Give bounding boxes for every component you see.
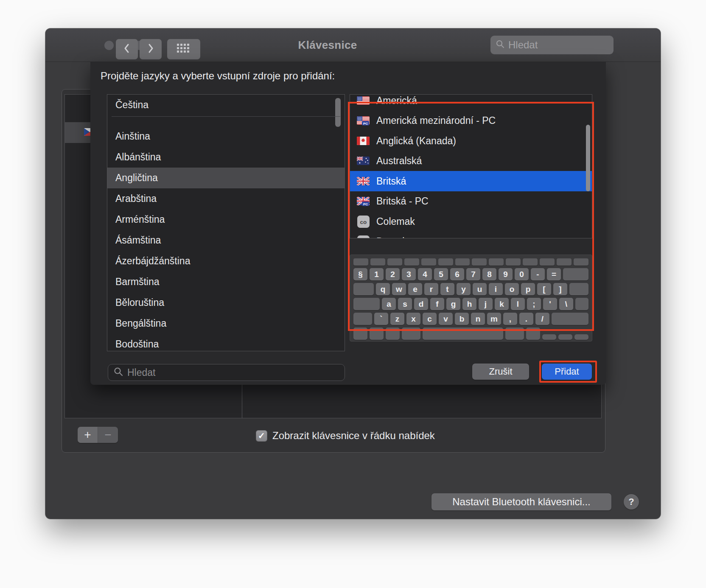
key-i: i bbox=[489, 283, 503, 295]
add-button[interactable]: Přidat bbox=[542, 364, 592, 380]
key-,: , bbox=[503, 313, 517, 325]
key-k: k bbox=[495, 298, 509, 310]
remove-input-source-button[interactable]: − bbox=[98, 427, 118, 443]
key-blank bbox=[542, 334, 556, 340]
language-row[interactable]: Čeština bbox=[107, 95, 345, 115]
key-[: [ bbox=[537, 283, 551, 295]
key-]: ] bbox=[553, 283, 567, 295]
key-blank bbox=[575, 298, 588, 310]
key-blank bbox=[370, 258, 385, 266]
key-m: m bbox=[487, 313, 501, 325]
key-s: s bbox=[398, 298, 412, 310]
search-icon bbox=[113, 367, 123, 378]
key-blank bbox=[523, 258, 538, 266]
layout-label: Britská - PC bbox=[376, 196, 429, 207]
key-blank bbox=[526, 328, 540, 340]
key-blank bbox=[563, 268, 588, 280]
titlebar: Klávesnice Hledat bbox=[45, 28, 661, 62]
key-.: . bbox=[519, 313, 533, 325]
language-search-field[interactable]: Hledat bbox=[108, 364, 345, 381]
layout-row[interactable]: coColemak bbox=[350, 211, 592, 232]
key-t: t bbox=[440, 283, 454, 295]
key-;: ; bbox=[527, 298, 541, 310]
show-in-menubar-checkbox[interactable]: ✓ bbox=[256, 430, 267, 442]
add-input-source-button[interactable]: + bbox=[78, 427, 98, 443]
key-n: n bbox=[471, 313, 485, 325]
key-blank bbox=[386, 328, 400, 340]
key-/: / bbox=[535, 313, 549, 325]
key-blank bbox=[353, 313, 372, 325]
layout-row[interactable]: DVDvorak bbox=[350, 232, 592, 239]
layout-row[interactable]: Australská bbox=[350, 151, 592, 171]
key-blank bbox=[557, 258, 572, 266]
key-p: p bbox=[521, 283, 535, 295]
key-9: 9 bbox=[499, 268, 513, 280]
key-y: y bbox=[457, 283, 471, 295]
key-h: h bbox=[462, 298, 476, 310]
layout-label: Britská bbox=[376, 176, 406, 187]
key-blank bbox=[489, 258, 504, 266]
layout-row[interactable]: PCAmerická mezinárodní - PC bbox=[350, 111, 592, 131]
layout-label: Anglická (Kanada) bbox=[376, 135, 456, 147]
key-blank bbox=[574, 258, 588, 266]
key-blank bbox=[353, 328, 367, 340]
language-row[interactable]: Ainština bbox=[107, 126, 345, 147]
key-0: 0 bbox=[515, 268, 529, 280]
preferences-search-field[interactable]: Hledat bbox=[490, 36, 614, 54]
setup-bluetooth-keyboard-button[interactable]: Nastavit Bluetooth klávesnici... bbox=[431, 493, 611, 510]
layout-row[interactable]: Britská bbox=[350, 171, 592, 191]
key-8: 8 bbox=[482, 268, 496, 280]
key-blank bbox=[402, 328, 420, 340]
layout-row[interactable]: PCBritská - PC bbox=[350, 191, 592, 212]
key-d: d bbox=[414, 298, 428, 310]
key-3: 3 bbox=[402, 268, 416, 280]
language-row[interactable]: Ázerbájdžánština bbox=[107, 251, 345, 272]
key-a: a bbox=[382, 298, 396, 310]
key-': ' bbox=[543, 298, 557, 310]
layout-list: Americká PCAmerická mezinárodní - PCAngl… bbox=[350, 94, 592, 238]
keyboard-row: asdfghjkl;'\ bbox=[353, 298, 588, 310]
keyboard-layout-preview: §1234567890-=qwertyuiop[]asdfghjkl;'\`zx… bbox=[350, 255, 592, 342]
key-`: ` bbox=[374, 313, 388, 325]
layout-list-scrollbar[interactable] bbox=[586, 125, 590, 191]
language-row[interactable]: Bodoština bbox=[107, 334, 345, 351]
language-list: ČeštinaAinštinaAlbánštinaAngličtinaArabš… bbox=[107, 94, 345, 351]
help-button[interactable]: ? bbox=[624, 494, 639, 510]
key-c: c bbox=[423, 313, 437, 325]
search-icon bbox=[496, 39, 505, 50]
language-row[interactable]: Barmština bbox=[107, 272, 345, 292]
key-blank bbox=[423, 328, 503, 340]
key-blank bbox=[370, 328, 384, 340]
key-\: \ bbox=[559, 298, 573, 310]
key-blank bbox=[574, 334, 588, 340]
key-blank bbox=[353, 258, 368, 266]
key-g: g bbox=[446, 298, 460, 310]
keyboard-row: `zxcvbnm,./ bbox=[353, 313, 588, 325]
language-row[interactable]: Angličtina bbox=[107, 168, 345, 188]
keyboard-row: qwertyuiop[] bbox=[353, 283, 588, 295]
language-row[interactable]: Běloruština bbox=[107, 292, 345, 313]
key-o: o bbox=[505, 283, 519, 295]
key-2: 2 bbox=[386, 268, 400, 280]
language-row[interactable]: Arabština bbox=[107, 188, 345, 209]
key-r: r bbox=[424, 283, 438, 295]
cancel-button[interactable]: Zrušit bbox=[472, 364, 529, 380]
language-row[interactable]: Bengálština bbox=[107, 313, 345, 334]
key-blank bbox=[472, 258, 487, 266]
search-placeholder: Hledat bbox=[127, 367, 155, 378]
layout-label: Americká mezinárodní - PC bbox=[376, 115, 496, 126]
language-row[interactable]: Albánština bbox=[107, 147, 345, 168]
key-w: w bbox=[392, 283, 406, 295]
au-flag-icon bbox=[357, 157, 370, 165]
keyboard-row bbox=[353, 328, 588, 340]
layout-row[interactable]: Americká bbox=[350, 94, 592, 111]
key-v: v bbox=[439, 313, 453, 325]
key-l: l bbox=[511, 298, 525, 310]
add-input-source-sheet: Projděte jazyky a vyberte vstupní zdroje… bbox=[90, 62, 606, 385]
show-in-menubar-label: Zobrazit klávesnice v řádku nabídek bbox=[272, 430, 435, 442]
key-blank bbox=[438, 258, 453, 266]
language-row[interactable]: Arménština bbox=[107, 209, 345, 230]
key-blank bbox=[506, 258, 521, 266]
layout-row[interactable]: Anglická (Kanada) bbox=[350, 131, 592, 151]
language-row[interactable]: Ásámština bbox=[107, 230, 345, 251]
